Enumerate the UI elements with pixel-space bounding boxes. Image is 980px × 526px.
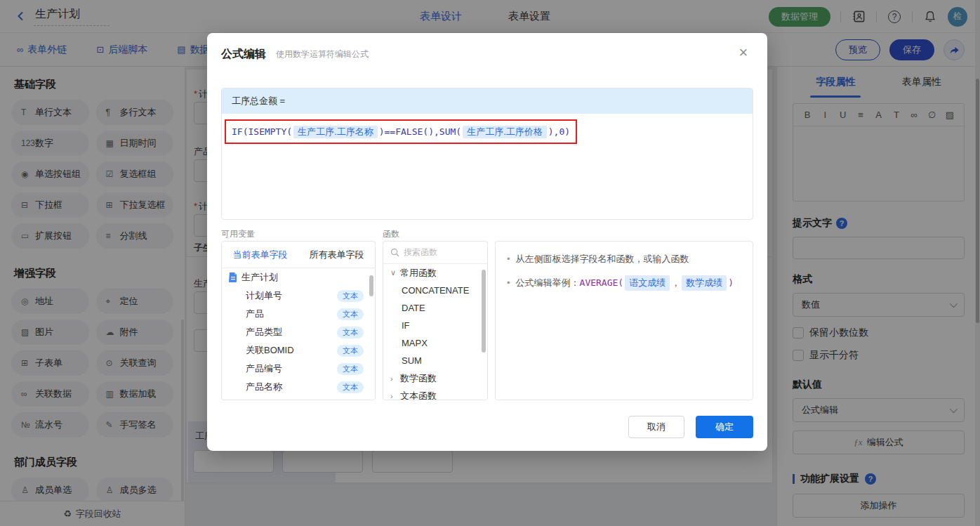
variable-name: 产品编号: [246, 362, 337, 375]
modal-subtitle: 使用数学运算符编辑公式: [276, 48, 369, 60]
function-group-数学函数[interactable]: ›数学函数: [383, 369, 487, 387]
plain-text: ，: [671, 277, 680, 288]
function-group-label: 文本函数: [400, 390, 437, 401]
variables-panel: 当前表单字段 所有表单字段 生产计划 计划单号文本产品文本产品类型文本关联BOM…: [221, 241, 376, 400]
chevron-down-icon: ∨: [390, 268, 400, 277]
variable-row[interactable]: 产品文本: [222, 305, 375, 323]
variable-row[interactable]: 产品编号文本: [222, 360, 375, 378]
variable-name: 产品名称: [246, 381, 337, 393]
variable-name: 计划单号: [246, 289, 337, 302]
function-group-常用函数[interactable]: ∨常用函数: [383, 264, 487, 282]
tip-line-2: •公式编辑举例：AVERAGE(语文成绩，数学成绩): [507, 275, 741, 291]
function-search[interactable]: 搜索函数: [383, 242, 487, 264]
formula-expression: IF(ISEMPTY(生产工序.工序名称)==FALSE(),SUM(生产工序.…: [232, 125, 570, 137]
modal-footer: 取消 确定: [628, 416, 753, 438]
tip-line-1: •从左侧面板选择字段名和函数，或输入函数: [507, 251, 741, 267]
modal-title: 公式编辑: [221, 47, 266, 62]
tab-all-form-fields[interactable]: 所有表单字段: [298, 242, 375, 268]
field-chip: 生产工序.工序名称: [293, 126, 378, 138]
chevron-right-icon: ›: [390, 392, 400, 400]
form-designer-app: 生产计划 表单设计 表单设置 数据管理 ? 检 ∞表单外链⊡后端脚本▤数据权限 …: [0, 0, 980, 526]
variable-name: 产品: [246, 308, 337, 320]
function-group-label: 常用函数: [400, 267, 437, 280]
search-placeholder: 搜索函数: [404, 246, 437, 258]
functions-label: 函数: [383, 228, 399, 240]
variables-root-row[interactable]: 生产计划: [222, 268, 375, 287]
field-chip: 语文成绩: [625, 275, 670, 291]
formula-edit-modal: 公式编辑 使用数学运算符编辑公式 × 工序总金额 = IF(ISEMPTY(生产…: [207, 33, 767, 451]
function-item-CONCATENATE[interactable]: CONCATENATE: [383, 282, 487, 299]
formula-body[interactable]: IF(ISEMPTY(生产工序.工序名称)==FALSE(),SUM(生产工序.…: [222, 114, 753, 150]
function-item-IF[interactable]: IF: [383, 317, 487, 334]
formula-target: 工序总金额 =: [222, 88, 753, 114]
function-item-SUM[interactable]: SUM: [383, 352, 487, 369]
search-icon: [390, 248, 399, 257]
close-icon[interactable]: ×: [734, 43, 753, 63]
variable-type-badge: 文本: [337, 308, 364, 320]
function-item-MAPX[interactable]: MAPX: [383, 334, 487, 352]
variable-type-badge: 文本: [337, 381, 364, 393]
variable-type-badge: 文本: [337, 363, 364, 375]
variable-name: 产品类型: [246, 326, 337, 338]
red-annotation-box: IF(ISEMPTY(生产工序.工序名称)==FALSE(),SUM(生产工序.…: [225, 119, 577, 144]
modal-header: 公式编辑 使用数学运算符编辑公式: [207, 33, 767, 62]
cancel-button[interactable]: 取消: [628, 416, 684, 438]
code-text: AVERAGE(: [580, 277, 624, 288]
confirm-button[interactable]: 确定: [696, 416, 753, 438]
tab-current-form-fields[interactable]: 当前表单字段: [222, 242, 298, 268]
formula-tips-panel: •从左侧面板选择字段名和函数，或输入函数 •公式编辑举例：AVERAGE(语文成…: [495, 241, 753, 400]
document-icon: [229, 272, 237, 282]
variables-label: 可用变量: [221, 228, 255, 240]
variable-type-badge: 文本: [337, 345, 364, 357]
code-text: )==FALSE(),SUM(: [379, 126, 461, 137]
variable-row[interactable]: 关联BOMID文本: [222, 341, 375, 360]
functions-panel: 搜索函数 ∨常用函数CONCATENATEDATEIFMAPXSUM›数学函数›…: [383, 241, 488, 400]
variable-row[interactable]: 产品名称文本: [222, 378, 375, 396]
chevron-right-icon: ›: [390, 374, 400, 383]
variables-tabs: 当前表单字段 所有表单字段: [222, 242, 375, 268]
variable-type-badge: 文本: [337, 290, 364, 302]
code-text: IF(ISEMPTY(: [232, 126, 292, 137]
code-text: ),0): [548, 126, 570, 137]
function-group-label: 数学函数: [400, 372, 437, 385]
function-item-DATE[interactable]: DATE: [383, 299, 487, 317]
field-chip: 数学成绩: [682, 275, 727, 291]
variable-type-badge: 文本: [337, 327, 364, 338]
variable-row[interactable]: 计划单号文本: [222, 287, 375, 305]
formula-editor[interactable]: 工序总金额 = IF(ISEMPTY(生产工序.工序名称)==FALSE(),S…: [221, 88, 753, 220]
variable-name: 关联BOMID: [246, 344, 337, 357]
functions-scrollbar[interactable]: [482, 270, 486, 353]
code-text: ): [728, 277, 734, 288]
field-chip: 生产工序.工序价格: [463, 126, 547, 138]
variables-scrollbar[interactable]: [369, 275, 373, 296]
variable-row[interactable]: 产品类型文本: [222, 323, 375, 341]
function-group-文本函数[interactable]: ›文本函数: [383, 387, 487, 400]
